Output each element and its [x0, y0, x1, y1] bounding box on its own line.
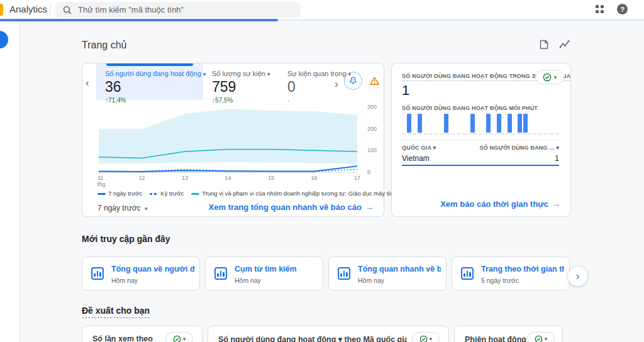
minute-bar-slot: [539, 114, 543, 133]
page-title: Trang chủ: [82, 40, 126, 51]
left-nav-rail: [0, 21, 20, 342]
app-bar: Analytics Thử tìm kiếm "mã thuộc tính" ?: [0, 0, 644, 19]
check-circle-icon: [173, 335, 181, 342]
minute-bar: [407, 114, 411, 133]
tab-label: Sự kiện quan trọng: [287, 70, 347, 77]
minute-bar-slot: [513, 114, 517, 133]
bar-chart-icon: [91, 267, 104, 280]
minute-bar: [497, 114, 501, 133]
suggestion-card-title: Phiên hoạt động ▾ theo: [465, 334, 531, 342]
svg-text:15: 15: [268, 175, 274, 181]
search-placeholder: Thử tìm kiếm "mã thuộc tính": [78, 5, 184, 14]
minute-bar-slot: [455, 114, 459, 133]
minute-bar-slot: [550, 114, 554, 133]
realtime-status-pill[interactable]: ▾: [535, 70, 564, 84]
country-column-header[interactable]: QUỐC GIA ▾: [402, 145, 436, 151]
legend-swatch-benchmark: [191, 193, 199, 195]
legend-label: Trung vị và phạm vi của nhóm doanh nghiệ…: [202, 190, 397, 197]
minute-bar: [518, 114, 522, 133]
minute-bar: [444, 114, 448, 133]
svg-text:11: 11: [97, 175, 103, 181]
status-pill[interactable]: ▾: [527, 332, 555, 342]
minute-bar: [523, 114, 528, 133]
bar-chart-icon: [338, 267, 350, 280]
check-circle-icon: [535, 335, 543, 342]
check-circle-icon: [419, 335, 428, 342]
svg-text:200: 200: [367, 126, 377, 132]
svg-text:0: 0: [367, 169, 370, 175]
suggestion-card-active-users-by-country[interactable]: Số người dùng đang hoạt động ▾ theo Mã q…: [208, 326, 449, 342]
realtime-report-link[interactable]: Xem báo cáo thời gian thực→: [440, 199, 560, 209]
nav-home-icon[interactable]: [0, 31, 8, 48]
recent-card-realtime-pages[interactable]: Trang theo thời gian thực 5 ngày trước: [452, 256, 570, 290]
minute-bar-slot: [518, 114, 522, 133]
suggestion-card-sessions[interactable]: Phiên hoạt động ▾ theo ▾: [454, 326, 563, 342]
row-value-bar: [402, 165, 559, 166]
table-row[interactable]: Vietnam 1: [402, 154, 559, 163]
metric-value: 36: [105, 79, 203, 96]
bar-chart-icon: [214, 267, 227, 280]
help-icon[interactable]: ?: [617, 4, 628, 14]
apps-grid-icon[interactable]: [596, 5, 604, 13]
minute-bar: [508, 114, 512, 133]
insights-bell-icon[interactable]: [344, 72, 362, 90]
date-range-selector[interactable]: 7 ngày trước ▾: [97, 204, 147, 212]
recent-card-subtitle: Hôm nay: [111, 277, 138, 284]
active-tab-indicator: [106, 63, 193, 66]
minute-bar-slot: [407, 114, 411, 133]
minute-bar-slot: [449, 114, 453, 133]
minute-bar-slot: [508, 114, 512, 133]
svg-text:14: 14: [225, 175, 231, 181]
minute-bar-slot: [523, 114, 528, 133]
minute-bar-slot: [497, 114, 501, 133]
bar-chart-icon: [461, 267, 474, 280]
minute-bar-slot: [444, 114, 448, 133]
loading-bar-progress: [0, 19, 278, 21]
divider: [50, 4, 50, 15]
per-minute-label: SỐ NGƯỜI DÙNG ĐANG HOẠT ĐỘNG MỖI PHÚT: [402, 105, 538, 111]
warning-icon[interactable]: [365, 72, 384, 90]
recent-card-user-overview[interactable]: Tổng quan về người dùng Hôm nay: [82, 256, 200, 290]
legend-swatch-current: [97, 193, 106, 195]
users-column-header[interactable]: SỐ NGƯỜI DÙNG ĐANG ... ▾: [480, 145, 559, 151]
status-pill[interactable]: ▾: [412, 332, 440, 342]
tabs-scroll-left-icon[interactable]: ‹: [86, 77, 89, 88]
tab-active-users[interactable]: Số người dùng đang hoạt động▾ 36 ↑71,4%: [96, 63, 203, 100]
suggestion-card-views[interactable]: Số lần xem theo ▾: [82, 326, 203, 342]
tab-event-count[interactable]: Số lượng sự kiện▾ 759 ↑57,5%: [203, 63, 277, 100]
active-users-trend-chart: 11121314151617thg0100200300: [89, 99, 379, 188]
minute-bar-slot: [402, 114, 406, 133]
search-icon: [63, 6, 72, 14]
minute-bar-slot: [413, 114, 417, 133]
app-title: Analytics: [9, 0, 47, 19]
caret-down-icon: ▾: [433, 145, 436, 151]
svg-text:16: 16: [311, 175, 317, 181]
chevron-right-icon: ›: [576, 270, 580, 283]
recent-card-title: Trang theo thời gian thực: [481, 265, 564, 273]
recent-card-title: Cụm từ tìm kiếm: [235, 265, 297, 273]
status-pill[interactable]: ▾: [165, 332, 193, 342]
legend-swatch-previous: [150, 193, 158, 195]
carousel-next-button[interactable]: ›: [568, 267, 587, 286]
bar-chart-baseline: [402, 133, 559, 135]
notes-icon[interactable]: [538, 39, 550, 50]
minute-bar-slot: [491, 114, 496, 133]
minute-bar-slot: [544, 114, 548, 133]
reports-snapshot-link[interactable]: Xem trang tổng quan nhanh về báo cáo→: [209, 202, 374, 212]
recent-card-subtitle: Hôm nay: [358, 277, 384, 284]
minute-bar-slot: [555, 114, 559, 133]
minute-bar-slot: [486, 114, 491, 133]
svg-text:17: 17: [354, 175, 360, 181]
tabs-scroll-right-icon[interactable]: ›: [335, 79, 338, 89]
insights-sparkline-icon[interactable]: [559, 39, 570, 50]
minute-bar-slot: [481, 114, 486, 133]
minute-bar: [470, 114, 475, 133]
search-input[interactable]: Thử tìm kiếm "mã thuộc tính": [55, 2, 301, 18]
minute-bar-slot: [528, 114, 533, 133]
legend-label: Kỳ trước: [160, 190, 184, 197]
recent-card-search-terms[interactable]: Cụm từ tìm kiếm Hôm nay: [205, 256, 323, 290]
caret-down-icon: ▾: [556, 145, 559, 151]
check-circle-icon: [543, 73, 552, 82]
recent-card-reports-snapshot[interactable]: Tổng quan nhanh về báo cáo Hôm nay: [328, 256, 447, 290]
recent-card-subtitle: 5 ngày trước: [481, 277, 519, 284]
